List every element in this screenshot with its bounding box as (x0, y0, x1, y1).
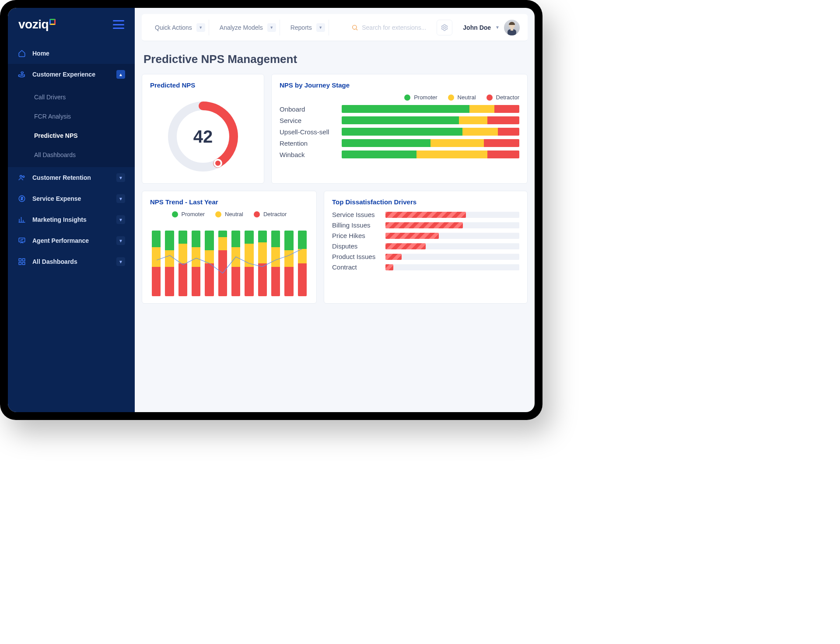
chevron-down-icon: ▼ (267, 23, 276, 32)
chevron-down-icon: ▼ (116, 194, 125, 203)
logo: voziq (18, 18, 56, 32)
swatch-detractor-icon (254, 211, 260, 217)
driver-label: Service Issues (332, 211, 380, 218)
trend-column (218, 231, 227, 296)
swatch-neutral-icon (448, 94, 454, 101)
chevron-down-icon: ▼ (316, 23, 325, 32)
swatch-promoter-icon (172, 211, 178, 217)
sidebar-item-call-drivers[interactable]: Call Drivers (8, 88, 135, 107)
journey-label: Winback (280, 151, 336, 158)
menu-toggle-icon[interactable] (113, 20, 124, 29)
swatch-promoter-icon (404, 94, 410, 101)
card-predicted-nps: Predicted NPS 42 (142, 74, 264, 184)
logo-mark-icon (49, 19, 56, 25)
nav-label: FCR Analysis (34, 113, 71, 120)
sidebar-item-customer-experience[interactable]: Customer Experience ▲ (8, 64, 135, 85)
sidebar-item-service-expense[interactable]: Service Expense ▼ (8, 188, 135, 209)
legend: Promoter Neutral Detractor (150, 211, 308, 217)
user-menu[interactable]: John Doe ▼ (458, 20, 520, 35)
svg-rect-7 (23, 262, 25, 265)
card-journey: NPS by Journey Stage Promoter Neutral De… (271, 74, 528, 184)
trend-column (258, 231, 267, 296)
sidebar-item-customer-retention[interactable]: Customer Retention ▼ (8, 167, 135, 188)
analyze-models-dropdown[interactable]: Analyze Models ▼ (214, 20, 280, 35)
stacked-bar (342, 150, 519, 158)
dropdown-label: Analyze Models (220, 24, 263, 31)
sidebar-item-home[interactable]: Home (8, 43, 135, 64)
reports-dropdown[interactable]: Reports ▼ (285, 20, 329, 35)
driver-bar (385, 243, 519, 249)
stacked-bar (342, 128, 519, 136)
quick-actions-dropdown[interactable]: Quick Actions ▼ (150, 20, 209, 35)
sidebar-item-all-dashboards[interactable]: All Dashboards ▼ (8, 251, 135, 272)
sidebar-item-predictive-nps[interactable]: Predictive NPS (8, 126, 135, 145)
gauge-chart: 42 (166, 99, 240, 174)
card-trend: NPS Trend - Last Year Promoter Neutral D… (142, 191, 317, 304)
card-title: NPS by Journey Stage (280, 81, 519, 89)
svg-rect-4 (19, 259, 21, 261)
svg-rect-6 (19, 262, 21, 265)
dropdown-label: Quick Actions (155, 24, 192, 31)
trend-column (271, 231, 280, 296)
page-title: Predictive NPS Management (144, 52, 526, 66)
card-title: NPS Trend - Last Year (150, 198, 308, 206)
chevron-up-icon: ▲ (116, 70, 125, 79)
driver-bar (385, 212, 519, 218)
driver-bar (385, 264, 519, 270)
card-title: Top Dissatisfaction Drivers (332, 198, 519, 206)
journey-row: Retention (280, 139, 519, 147)
card-title: Predicted NPS (150, 81, 256, 89)
journey-label: Service (280, 117, 336, 124)
journey-row: Upsell-Cross-sell (280, 128, 519, 136)
avatar (504, 20, 520, 35)
journey-row: Onboard (280, 105, 519, 113)
svg-point-9 (444, 26, 446, 28)
sidebar-item-all-dashboards-sub[interactable]: All Dashboards (8, 145, 135, 164)
driver-row: Disputes (332, 242, 519, 250)
sidebar-submenu: Call Drivers FCR Analysis Predictive NPS… (8, 85, 135, 167)
sidebar-item-marketing-insights[interactable]: Marketing Insights ▼ (8, 209, 135, 230)
nav-label: Home (32, 50, 49, 57)
nav-label: Agent Performance (32, 237, 89, 244)
topbar: Quick Actions ▼ Analyze Models ▼ Reports… (142, 14, 528, 41)
search-placeholder: Search for extensions... (362, 24, 426, 31)
nav-label: Predictive NPS (34, 132, 78, 139)
driver-row: Product Issues (332, 253, 519, 260)
driver-label: Price Hikes (332, 232, 380, 239)
nav-label: Service Expense (32, 195, 81, 202)
search-input[interactable]: Search for extensions... (346, 24, 431, 31)
chevron-down-icon: ▼ (495, 25, 500, 30)
chevron-down-icon: ▼ (196, 23, 205, 32)
swatch-detractor-icon (486, 94, 493, 101)
driver-row: Contract (332, 263, 519, 271)
user-name: John Doe (463, 24, 491, 31)
driver-row: Service Issues (332, 211, 519, 218)
trend-column (192, 231, 200, 296)
nav-label: All Dashboards (34, 151, 76, 158)
drivers-bars: Service IssuesBilling IssuesPrice HikesD… (332, 211, 519, 271)
chevron-down-icon: ▼ (116, 257, 125, 266)
trend-column (165, 231, 174, 296)
journey-row: Winback (280, 150, 519, 158)
journey-bars: OnboardServiceUpsell-Cross-sellRetention… (280, 105, 519, 158)
stacked-bar (342, 105, 519, 113)
driver-row: Price Hikes (332, 232, 519, 239)
sidebar-item-fcr-analysis[interactable]: FCR Analysis (8, 107, 135, 126)
trend-column (298, 231, 307, 296)
gauge-value: 42 (166, 99, 240, 174)
grid-icon (18, 257, 26, 266)
settings-button[interactable] (437, 20, 452, 35)
sidebar-item-agent-performance[interactable]: Agent Performance ▼ (8, 230, 135, 251)
main: Quick Actions ▼ Analyze Models ▼ Reports… (135, 8, 535, 412)
svg-point-8 (353, 25, 357, 29)
driver-bar (385, 222, 519, 228)
card-drivers: Top Dissatisfaction Drivers Service Issu… (324, 191, 528, 304)
gear-icon (441, 24, 448, 32)
home-icon (18, 49, 26, 58)
legend: Promoter Neutral Detractor (280, 94, 519, 101)
svg-point-0 (20, 175, 22, 178)
trend-column (231, 231, 240, 296)
journey-label: Onboard (280, 105, 336, 113)
svg-rect-12 (511, 28, 513, 31)
driver-label: Product Issues (332, 253, 380, 260)
